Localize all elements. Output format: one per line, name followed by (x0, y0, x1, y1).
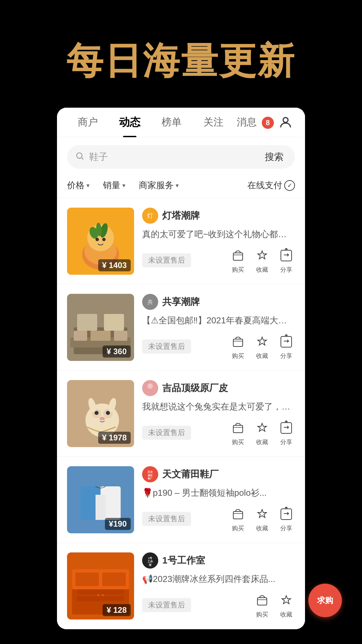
svg-rect-19 (104, 314, 124, 331)
product-image-4[interactable]: ¥190 (67, 466, 134, 533)
shop-name-1: 灯塔潮牌 (162, 209, 200, 222)
search-icon (75, 151, 84, 163)
after-sale-tag-1: 未设置售后 (142, 253, 191, 267)
app-container: 商户 动态 榜单 关注 消息 8 鞋子 搜索 (57, 108, 305, 629)
share-button-3[interactable]: 分享 (278, 419, 295, 446)
buy-icon-4 (229, 505, 247, 523)
filter-online-payment[interactable]: 在线支付 ✓ (247, 179, 295, 191)
nav-item-messages[interactable]: 消息 8 (234, 115, 276, 129)
svg-point-35 (100, 417, 105, 420)
action-icons-1: 购买 收藏 (229, 247, 295, 274)
svg-text:室: 室 (149, 563, 152, 567)
product-item: ¥ 1978 吉品顶级原厂皮 我就想说这个兔兔实在是太可爱了，从拿回... (57, 371, 305, 457)
service-arrow-icon: ▾ (176, 182, 179, 189)
product-price-4: ¥190 (105, 518, 131, 530)
buy-button-3[interactable]: 购买 (229, 419, 247, 446)
shop-info-5: 1号 工作 室 1号工作室 (142, 552, 295, 569)
collect-button-3[interactable]: 收藏 (253, 419, 271, 446)
collect-button-2[interactable]: 收藏 (253, 333, 271, 360)
product-item: H ¥ 128 1号 工作 室 (57, 543, 305, 629)
star-icon-1 (253, 247, 271, 264)
buy-icon-2 (229, 333, 247, 351)
after-sale-tag-5: 未设置售后 (142, 598, 191, 612)
share-icon-3 (278, 419, 295, 437)
nav-item-follow[interactable]: 关注 (192, 115, 234, 129)
svg-text:莆田: 莆田 (148, 474, 153, 477)
buy-button-1[interactable]: 购买 (229, 247, 247, 274)
product-price-5: ¥ 128 (103, 604, 131, 616)
buy-button-4[interactable]: 购买 (229, 505, 247, 532)
share-label-3: 分享 (280, 438, 292, 446)
product-image-3[interactable]: ¥ 1978 (67, 380, 134, 447)
svg-rect-23 (114, 331, 127, 341)
buy-button-2[interactable]: 购买 (229, 333, 247, 360)
collect-label-2: 收藏 (256, 352, 268, 360)
svg-point-1 (77, 153, 82, 158)
svg-rect-40 (233, 425, 243, 433)
buy-label-2: 购买 (232, 352, 244, 360)
star-icon-2 (253, 333, 271, 351)
product-image-5[interactable]: H ¥ 128 (67, 552, 134, 620)
product-price-3: ¥ 1978 (98, 432, 131, 444)
search-bar: 鞋子 搜索 (67, 145, 295, 169)
product-image-1[interactable]: ¥ 1403 (67, 208, 134, 275)
product-image-2[interactable]: ¥ 360 (67, 294, 134, 361)
svg-text:天文: 天文 (147, 470, 153, 474)
shop-name-4: 天文莆田鞋厂 (162, 468, 219, 481)
shop-avatar-5: 1号 工作 室 (142, 552, 158, 569)
nav-item-feed[interactable]: 动态 (109, 115, 151, 130)
product-item: ¥ 360 共 共享潮牌 【⚠全国包邮‼️】2021年春夏高端大牌新... 未设… (57, 284, 305, 371)
shop-avatar-4: 天文 莆田 鞋厂 (142, 466, 158, 482)
svg-point-10 (102, 238, 106, 241)
search-button[interactable]: 搜索 (261, 151, 287, 163)
collect-label-1: 收藏 (256, 266, 268, 274)
buy-label-3: 购买 (232, 438, 244, 446)
svg-point-39 (147, 383, 153, 389)
share-button-1[interactable]: 分享 (278, 247, 295, 274)
share-icon-4 (278, 505, 295, 523)
star-icon-5 (278, 592, 295, 609)
sales-arrow-icon: ▾ (122, 182, 125, 189)
share-label-4: 分享 (280, 524, 292, 532)
buy-button-5[interactable]: 购买 (253, 592, 271, 619)
product-footer-4: 未设置售后 购买 (142, 505, 295, 532)
action-icons-3: 购买 收藏 (229, 419, 295, 446)
shop-name-5: 1号工作室 (162, 554, 205, 567)
svg-rect-59 (102, 573, 126, 586)
search-input[interactable]: 鞋子 (89, 151, 261, 163)
share-button-2[interactable]: 分享 (278, 333, 295, 360)
collect-button-1[interactable]: 收藏 (253, 247, 271, 274)
nav-item-rankings[interactable]: 榜单 (151, 115, 193, 129)
filter-bar: 价格 ▾ 销量 ▾ 商家服务 ▾ 在线支付 ✓ (57, 174, 305, 198)
svg-rect-21 (74, 331, 87, 341)
product-desc-4: 🌹p190 – 男士翻领短袖polo衫... (142, 486, 295, 499)
action-icons-4: 购买 收藏 (229, 505, 295, 532)
filter-price[interactable]: 价格 ▾ (67, 179, 89, 191)
svg-text:1号: 1号 (148, 557, 152, 560)
user-profile-button[interactable] (276, 113, 295, 132)
filter-merchant-service[interactable]: 商家服务 ▾ (139, 179, 179, 191)
product-content-3: 吉品顶级原厂皮 我就想说这个兔兔实在是太可爱了，从拿回... 未设置售后 (142, 380, 295, 446)
shop-info-2: 共 共享潮牌 (142, 294, 295, 310)
svg-rect-47 (96, 495, 106, 520)
collect-button-4[interactable]: 收藏 (253, 505, 271, 532)
collect-button-5[interactable]: 收藏 (278, 592, 295, 619)
star-icon-4 (253, 505, 271, 523)
svg-rect-54 (281, 509, 292, 520)
product-desc-5: 📢2023潮牌冰丝系列四件套床品... (142, 573, 295, 586)
shop-avatar-1: 灯 (142, 208, 158, 224)
message-badge: 8 (262, 117, 274, 129)
product-footer-1: 未设置售后 购买 (142, 247, 295, 274)
shop-avatar-3 (142, 380, 158, 396)
svg-rect-15 (281, 250, 292, 261)
filter-sales[interactable]: 销量 ▾ (103, 179, 125, 191)
request-buy-button[interactable]: 求购 (308, 584, 342, 617)
share-button-4[interactable]: 分享 (278, 505, 295, 532)
hero-title: 每日海量更新 (13, 40, 349, 81)
hero-section: 每日海量更新 (0, 0, 362, 108)
product-footer-2: 未设置售后 购买 (142, 333, 295, 360)
nav-item-merchants[interactable]: 商户 (67, 115, 109, 129)
product-desc-2: 【⚠全国包邮‼️】2021年春夏高端大牌新... (142, 314, 295, 327)
search-section: 鞋子 搜索 (57, 137, 305, 174)
product-content-5: 1号 工作 室 1号工作室 📢2023潮牌冰丝系列四件套床品... 未设置售后 (142, 552, 295, 619)
